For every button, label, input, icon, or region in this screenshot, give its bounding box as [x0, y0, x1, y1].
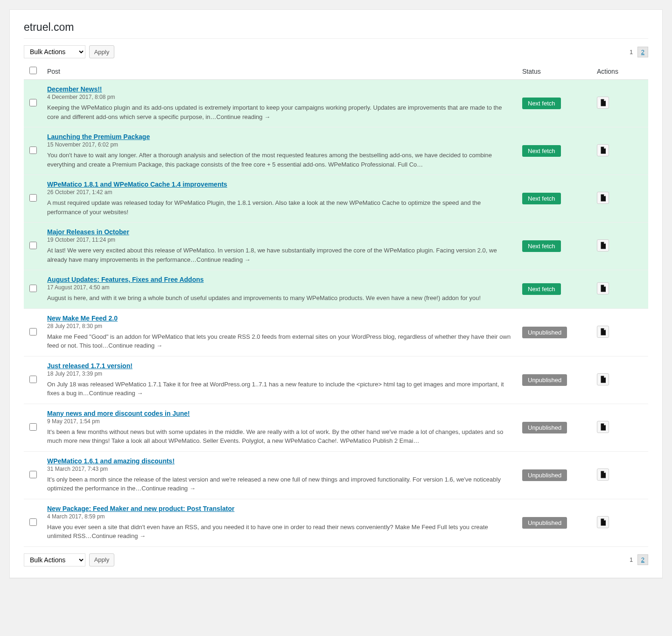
status-badge: Unpublished [522, 422, 567, 433]
bulk-actions-top: Bulk Actions Apply [24, 45, 114, 58]
file-icon [599, 194, 607, 202]
col-status: Status [518, 63, 592, 80]
post-excerpt: August is here, and with it we bring a w… [47, 294, 513, 303]
post-title-link[interactable]: December News!! [47, 85, 102, 93]
view-post-button[interactable] [597, 239, 609, 252]
post-date: 31 March 2017, 7:43 pm [47, 466, 513, 472]
post-date: 15 November 2017, 6:02 pm [47, 141, 513, 148]
post-cell: December News!!4 December 2017, 8:08 pmK… [42, 80, 518, 127]
row-checkbox[interactable] [29, 471, 37, 478]
bulk-action-select-bottom[interactable]: Bulk Actions [24, 553, 85, 566]
table-row: New Package: Feed Maker and new product:… [24, 499, 648, 546]
continue-reading-link[interactable]: Continue reading → [217, 113, 271, 120]
apply-button-bottom[interactable]: Apply [89, 553, 115, 566]
post-date: 26 October 2017, 1:42 am [47, 189, 513, 196]
post-date: 18 July 2017, 3:39 pm [47, 370, 513, 377]
status-cell: Unpublished [518, 499, 592, 546]
row-checkbox[interactable] [29, 328, 37, 335]
status-badge: Next fetch [522, 145, 561, 157]
row-checkbox[interactable] [29, 147, 37, 154]
select-all-checkbox[interactable] [29, 67, 37, 74]
table-row: August Updates: Features, Fixes and Free… [24, 270, 648, 309]
post-cell: Launching the Premium Package15 November… [42, 127, 518, 175]
view-post-button[interactable] [597, 468, 609, 481]
row-checkbox[interactable] [29, 194, 37, 202]
row-checkbox-cell [24, 175, 42, 223]
post-title-link[interactable]: August Updates: Features, Fixes and Free… [47, 276, 204, 283]
view-post-button[interactable] [597, 97, 609, 109]
row-checkbox[interactable] [29, 285, 37, 292]
view-post-button[interactable] [597, 373, 609, 385]
post-title-link[interactable]: New Make Me Feed 2.0 [47, 315, 118, 322]
tablenav-top: Bulk Actions Apply 1 2 [24, 43, 648, 60]
status-cell: Next fetch [518, 127, 592, 175]
bulk-action-select[interactable]: Bulk Actions [24, 45, 85, 58]
post-title-link[interactable]: Just released 1.7.1 version! [47, 362, 133, 370]
row-checkbox[interactable] [29, 518, 37, 526]
status-badge: Unpublished [522, 327, 567, 338]
file-icon [599, 241, 607, 250]
post-date: 4 March 2017, 8:59 pm [47, 513, 513, 520]
view-post-button[interactable] [597, 282, 609, 294]
pagination-top: 1 2 [630, 49, 648, 56]
post-excerpt: Have you ever seen a site that didn't ev… [47, 523, 513, 541]
file-icon [599, 518, 607, 526]
table-row: Launching the Premium Package15 November… [24, 127, 648, 175]
status-cell: Unpublished [518, 451, 592, 499]
row-checkbox[interactable] [29, 376, 37, 383]
row-checkbox-cell [24, 80, 42, 127]
post-cell: New Package: Feed Maker and new product:… [42, 499, 518, 546]
post-excerpt: It's been a few months without news but … [47, 427, 513, 446]
post-title-link[interactable]: WPeMatico 1.6.1 and amazing discounts! [47, 457, 175, 465]
col-actions: Actions [592, 63, 648, 80]
row-checkbox[interactable] [29, 242, 37, 249]
row-checkbox[interactable] [29, 99, 37, 106]
table-row: December News!!4 December 2017, 8:08 pmK… [24, 80, 648, 127]
post-date: 28 July 2017, 8:30 pm [47, 323, 513, 329]
view-post-button[interactable] [597, 516, 609, 528]
post-title-link[interactable]: Major Releases in October [47, 228, 129, 236]
view-post-button[interactable] [597, 326, 609, 338]
post-title-link[interactable]: New Package: Feed Maker and new product:… [47, 505, 234, 512]
post-cell: WPeMatico 1.6.1 and amazing discounts!31… [42, 451, 518, 499]
status-badge: Next fetch [522, 240, 561, 252]
post-cell: Just released 1.7.1 version!18 July 2017… [42, 356, 518, 404]
file-icon [599, 328, 607, 336]
page-next-link[interactable]: 2 [637, 47, 648, 57]
view-post-button[interactable] [597, 192, 609, 204]
continue-reading-link[interactable]: Continue reading → [196, 256, 251, 263]
post-cell: New Make Me Feed 2.028 July 2017, 8:30 p… [42, 308, 518, 356]
continue-reading-link[interactable]: Continue reading → [91, 532, 146, 539]
status-cell: Unpublished [518, 308, 592, 356]
page-next-link-bottom[interactable]: 2 [637, 554, 648, 565]
table-row: Just released 1.7.1 version!18 July 2017… [24, 356, 648, 404]
post-cell: Many news and more discount codes in Jun… [42, 404, 518, 451]
post-date: 9 May 2017, 1:54 pm [47, 418, 513, 425]
actions-cell [592, 404, 648, 451]
actions-cell [592, 356, 648, 404]
continue-reading-link[interactable]: Continue reading → [108, 342, 162, 349]
posts-table: Post Status Actions December News!!4 Dec… [24, 63, 648, 547]
file-icon [599, 98, 607, 107]
main-panel: etruel.com Bulk Actions Apply 1 2 Post S… [9, 9, 663, 578]
continue-reading-link[interactable]: Continue reading → [141, 485, 196, 492]
post-title-link[interactable]: Launching the Premium Package [47, 133, 150, 140]
apply-button[interactable]: Apply [89, 45, 115, 58]
post-cell: Major Releases in October19 October 2017… [42, 223, 518, 270]
view-post-button[interactable] [597, 421, 609, 433]
actions-cell [592, 308, 648, 356]
row-checkbox-cell [24, 404, 42, 451]
continue-reading-link[interactable]: Continue reading → [89, 390, 143, 397]
row-checkbox-cell [24, 499, 42, 546]
row-checkbox-cell [24, 356, 42, 404]
row-checkbox[interactable] [29, 423, 37, 431]
actions-cell [592, 451, 648, 499]
post-title-link[interactable]: WPeMatico 1.8.1 and WPeMatico Cache 1.4 … [47, 181, 227, 188]
view-post-button[interactable] [597, 144, 609, 156]
table-row: Many news and more discount codes in Jun… [24, 404, 648, 451]
post-title-link[interactable]: Many news and more discount codes in Jun… [47, 410, 190, 417]
status-badge: Unpublished [522, 517, 567, 529]
post-excerpt: A must required update was released toda… [47, 198, 513, 217]
col-post: Post [42, 63, 518, 80]
status-badge: Unpublished [522, 469, 567, 481]
